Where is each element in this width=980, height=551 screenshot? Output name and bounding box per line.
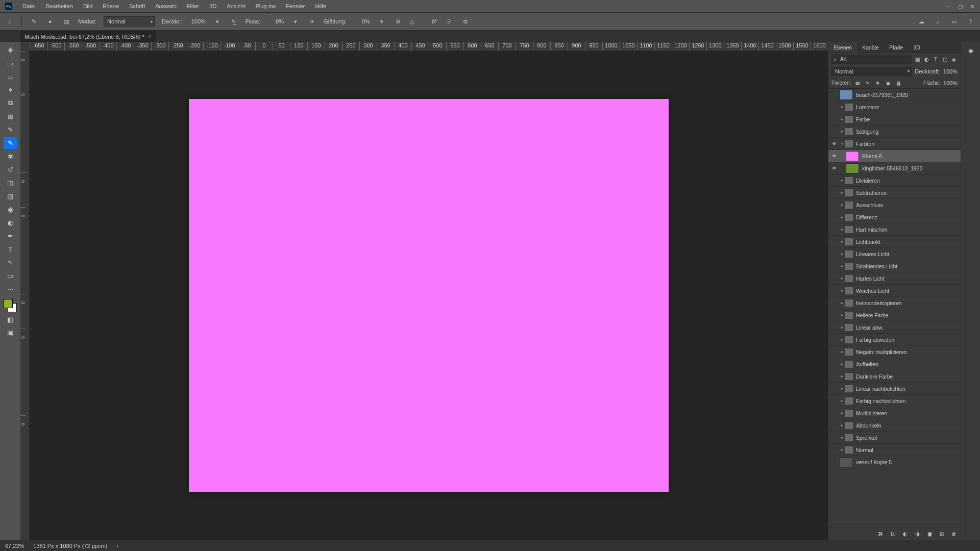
panel-tab-pfade[interactable]: Pfade [884,42,908,53]
crop-tool[interactable]: ⧉ [4,97,17,109]
layer-row[interactable]: 👁▾Farbton [828,138,961,150]
layer-filter-select[interactable]: Art [831,55,912,64]
info-chevron-icon[interactable]: › [116,543,118,549]
layer-row[interactable]: ▸Multiplizieren [828,407,961,419]
close-button[interactable]: ✕ [967,2,978,10]
marquee-tool[interactable]: ▭ [4,57,17,69]
fill-value[interactable]: 100% [943,80,958,86]
layer-name[interactable]: Farbton [856,141,874,147]
layer-row[interactable]: 👁kingfisher-5546610_1920 [828,162,961,174]
chevron-icon[interactable]: ▸ [840,227,845,232]
layer-name[interactable]: Sprenkel [856,435,877,441]
layer-name[interactable]: Linear abw. [856,324,884,331]
chevron-icon[interactable]: ▸ [840,178,845,183]
document-canvas[interactable] [189,99,669,492]
menu-auswahl[interactable]: Auswahl [150,1,182,11]
lock-artboard-icon[interactable]: ▣ [885,80,892,87]
chevron-icon[interactable]: ▸ [840,215,845,219]
chevron-icon[interactable]: ▸ [840,325,845,330]
layer-row[interactable]: ▸Sprenkel [828,432,961,444]
layer-name[interactable]: Ebene 8 [862,153,882,159]
document-tab[interactable]: Misch Modis.psd: bei 67,2% (Ebene 8, RGB… [20,31,156,42]
layer-name[interactable]: Ineinanderkopieren [856,300,902,306]
lock-position-icon[interactable]: ✥ [874,80,881,87]
filter-smart-icon[interactable]: ◈ [950,56,958,63]
delete-layer-icon[interactable]: 🗑 [950,531,958,537]
document-info[interactable]: 1381 Px x 1080 Px (72 ppcm) [33,543,107,549]
foreground-color-swatch[interactable] [4,299,13,308]
layer-name[interactable]: Dunklere Farbe [856,373,893,380]
layer-name[interactable]: Abdunkeln [856,422,881,429]
layer-name[interactable]: Farbe [856,116,870,122]
chevron-icon[interactable]: ▸ [840,447,845,452]
layer-name[interactable]: Strahlendes Licht [856,263,897,269]
chevron-icon[interactable]: ▸ [840,239,845,244]
flow-value[interactable]: 8% [267,18,284,24]
chevron-icon[interactable]: ▸ [840,398,845,403]
layer-opacity-value[interactable]: 100% [943,68,958,74]
chevron-icon[interactable]: ▸ [840,252,845,256]
layer-thumbnail[interactable] [840,90,853,100]
layer-row[interactable]: ▸Ineinanderkopieren [828,297,961,309]
chevron-icon[interactable]: ▸ [840,190,845,195]
layer-thumbnail[interactable] [846,163,859,173]
filter-image-icon[interactable]: ▦ [914,56,921,63]
airbrush-icon[interactable]: ✈ [307,17,316,26]
layer-row[interactable]: beach-2179361_1920 [828,89,961,101]
chevron-icon[interactable]: ▸ [840,300,845,305]
layer-row[interactable]: ▸Linear abw. [828,321,961,334]
frame-tool[interactable]: ⊞ [4,110,17,122]
minimize-button[interactable]: — [942,2,953,10]
smoothing-value[interactable]: 0% [354,18,370,24]
dodge-tool[interactable]: ◐ [4,216,17,229]
layer-row[interactable]: ▸Ausschluss [828,199,961,211]
layer-row[interactable]: ▸Lineares Licht [828,248,961,260]
chevron-icon[interactable]: ▸ [840,105,845,109]
layer-name[interactable]: Multiplizieren [856,410,887,416]
layer-name[interactable]: Lineares Licht [856,251,889,257]
layer-blend-mode-select[interactable]: Normal [831,67,912,76]
layer-name[interactable]: Farbig nachbelichten [856,398,905,404]
layer-name[interactable]: Aufhellen [856,361,878,367]
pressure-size-icon[interactable]: ⦾ [445,17,454,26]
visibility-icon[interactable]: 👁 [828,141,840,146]
layer-mask-icon[interactable]: ◐ [901,531,909,537]
layer-row[interactable]: ▸Normal [828,444,961,456]
layer-row[interactable]: ▸Negativ multiplizieren [828,346,961,358]
layer-name[interactable]: Luminanz [856,104,879,110]
brush-tool[interactable]: ✎ [4,137,17,149]
panel-tab-3d[interactable]: 3D [908,42,925,53]
layer-row[interactable]: ▸Dunklere Farbe [828,370,961,383]
layer-row[interactable]: ▸Farbig nachbelichten [828,395,961,407]
symmetry-icon[interactable]: ⧉ [461,17,470,26]
opacity-dropdown-icon[interactable]: ▾ [213,17,222,26]
link-layers-icon[interactable]: ⌘ [877,531,884,537]
flow-dropdown-icon[interactable]: ▾ [291,17,300,26]
panel-tab-ebenen[interactable]: Ebenen [828,42,857,53]
layer-name[interactable]: Farbig abwedeln [856,337,896,343]
blend-mode-select[interactable]: Normal [104,16,155,27]
lock-transparent-icon[interactable]: ▦ [854,80,861,87]
chevron-icon[interactable]: ▸ [840,313,845,317]
layer-name[interactable]: Negativ multiplizieren [856,349,907,355]
layer-row[interactable]: ▸Differenz [828,211,961,223]
clone-tool[interactable]: ✾ [4,150,17,162]
layer-name[interactable]: Subtrahieren [856,190,887,196]
screenmode-tool[interactable]: ▣ [4,327,17,339]
visibility-icon[interactable]: 👁 [828,166,840,171]
menu-ebene[interactable]: Ebene [97,1,124,11]
layer-row[interactable]: ▸Hellere Farbe [828,309,961,321]
eyedropper-tool[interactable]: ✎ [4,123,17,136]
layer-row[interactable]: ▸Strahlendes Licht [828,260,961,272]
search-icon[interactable]: ⌕ [933,17,942,26]
layer-row[interactable]: ▸Linear nachbelichten [828,383,961,395]
menu-filter[interactable]: Filter [182,1,204,11]
chevron-icon[interactable]: ▸ [840,337,845,342]
pen-tool[interactable]: ✒ [4,230,17,242]
menu-schrift[interactable]: Schrift [124,1,150,11]
layer-row[interactable]: ▸Farbe [828,113,961,126]
layer-fx-icon[interactable]: fx [889,531,896,537]
layer-row[interactable]: ▸Aufhellen [828,358,961,370]
panel-tab-kanäle[interactable]: Kanäle [857,42,884,53]
history-brush-tool[interactable]: ↺ [4,163,17,176]
